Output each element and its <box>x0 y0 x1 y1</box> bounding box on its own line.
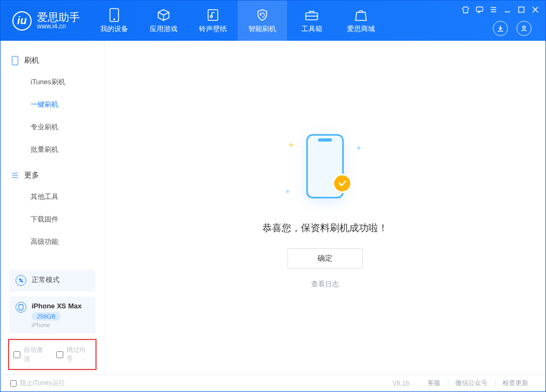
footer-link-update[interactable]: 检查更新 <box>495 379 536 388</box>
device-card[interactable]: iPhone XS Max 256GB iPhone <box>9 297 95 334</box>
tab-apps-games[interactable]: 应用游戏 <box>139 1 188 41</box>
sidebar-group-title: 刷机 <box>24 56 39 65</box>
cube-icon <box>157 8 171 22</box>
highlighted-options: 自动激活 跳过向导 <box>8 339 97 370</box>
sidebar-group-more: 更多 <box>1 165 104 186</box>
svg-rect-6 <box>519 7 524 12</box>
tab-toolbox[interactable]: 工具箱 <box>287 1 336 41</box>
svg-rect-5 <box>476 7 483 11</box>
sidebar-item-itunes-flash[interactable]: iTunes刷机 <box>1 71 104 93</box>
svg-point-1 <box>114 18 115 19</box>
tab-label: 爱思商城 <box>347 24 375 34</box>
tab-label: 工具箱 <box>301 24 322 34</box>
brand-name: 爱思助手 <box>37 11 80 23</box>
tab-my-device[interactable]: 我的设备 <box>90 1 139 41</box>
version-label: V8.16 <box>393 380 409 387</box>
sidebar: 刷机 iTunes刷机 一键刷机 专业刷机 批量刷机 更多 其他工具 下载固件 … <box>1 41 105 374</box>
sidebar-item-advanced[interactable]: 高级功能 <box>1 231 104 253</box>
success-check-icon <box>333 174 352 193</box>
svg-point-7 <box>523 26 526 29</box>
tab-smart-flash[interactable]: 智能刷机 <box>238 1 287 41</box>
bag-icon <box>354 8 368 22</box>
tab-label: 应用游戏 <box>150 24 178 34</box>
svg-point-9 <box>19 279 21 280</box>
account-button[interactable] <box>517 21 532 36</box>
skin-icon[interactable] <box>462 6 469 13</box>
device-name: iPhone XS Max <box>32 302 82 310</box>
sparkle-icon <box>356 145 361 151</box>
menu-icon[interactable] <box>490 6 497 13</box>
device-storage: 256GB <box>32 312 61 321</box>
mode-card[interactable]: 正常模式 <box>9 270 95 291</box>
checkbox-label: 自动激活 <box>24 345 49 364</box>
header: iu 爱思助手 www.i4.cn 我的设备 应用游戏 铃声壁纸 智能刷机 <box>1 1 545 41</box>
tab-store[interactable]: 爱思商城 <box>336 1 386 41</box>
block-itunes-checkbox[interactable]: 阻止iTunes运行 <box>10 379 65 388</box>
status-bar: 阻止iTunes运行 V8.16 客服 微信公众号 检查更新 <box>1 374 545 391</box>
sidebar-item-batch-flash[interactable]: 批量刷机 <box>1 138 104 161</box>
brand: iu 爱思助手 www.i4.cn <box>1 1 90 41</box>
view-log-link[interactable]: 查看日志 <box>311 279 339 289</box>
brand-url: www.i4.cn <box>37 23 80 30</box>
auto-activate-checkbox[interactable]: 自动激活 <box>13 345 49 364</box>
success-message: 恭喜您，保资料刷机成功啦！ <box>262 221 388 234</box>
sidebar-item-onekey-flash[interactable]: 一键刷机 <box>1 93 104 116</box>
svg-point-3 <box>210 16 212 18</box>
music-file-icon <box>206 8 220 22</box>
sidebar-item-download-firmware[interactable]: 下载固件 <box>1 208 104 231</box>
feedback-icon[interactable] <box>476 6 483 13</box>
mode-icon <box>16 275 26 286</box>
sidebar-group-flash: 刷机 <box>1 50 104 71</box>
tab-label: 智能刷机 <box>248 24 276 34</box>
sparkle-icon <box>285 189 290 194</box>
sidebar-item-pro-flash[interactable]: 专业刷机 <box>1 116 104 138</box>
tab-label: 铃声壁纸 <box>199 24 227 34</box>
toolbox-icon <box>305 8 319 22</box>
main-content: 恭喜您，保资料刷机成功啦！ 确定 查看日志 <box>105 41 545 374</box>
skip-wizard-checkbox[interactable]: 跳过向导 <box>56 345 92 364</box>
success-illustration <box>282 126 368 206</box>
sidebar-group-title: 更多 <box>24 171 39 180</box>
svg-rect-8 <box>12 56 18 65</box>
download-button[interactable] <box>493 21 508 36</box>
mode-label: 正常模式 <box>32 275 60 285</box>
device-icon <box>16 302 26 313</box>
sidebar-item-other-tools[interactable]: 其他工具 <box>1 186 104 208</box>
svg-rect-11 <box>19 305 23 310</box>
checkbox-label: 阻止iTunes运行 <box>20 379 65 388</box>
shield-refresh-icon <box>255 8 269 22</box>
svg-rect-2 <box>208 10 218 20</box>
device-type: iPhone <box>32 322 82 328</box>
app-window: iu 爱思助手 www.i4.cn 我的设备 应用游戏 铃声壁纸 智能刷机 <box>0 0 546 392</box>
brand-logo-icon: iu <box>12 11 32 31</box>
footer-link-wechat[interactable]: 微信公众号 <box>448 379 495 388</box>
checkbox-label: 跳过向导 <box>67 345 92 364</box>
top-tabs: 我的设备 应用游戏 铃声壁纸 智能刷机 工具箱 爱思商城 <box>90 1 462 41</box>
footer-link-support[interactable]: 客服 <box>420 379 448 388</box>
device-icon <box>107 8 121 22</box>
maximize-icon[interactable] <box>518 6 525 13</box>
svg-point-10 <box>21 281 23 283</box>
svg-point-12 <box>286 190 289 193</box>
minimize-icon[interactable] <box>504 6 511 13</box>
tab-label: 我的设备 <box>100 24 128 34</box>
sparkle-icon <box>287 141 295 149</box>
ok-button[interactable]: 确定 <box>287 248 363 269</box>
tab-ringtones-wallpapers[interactable]: 铃声壁纸 <box>188 1 238 41</box>
close-icon[interactable] <box>532 6 539 13</box>
